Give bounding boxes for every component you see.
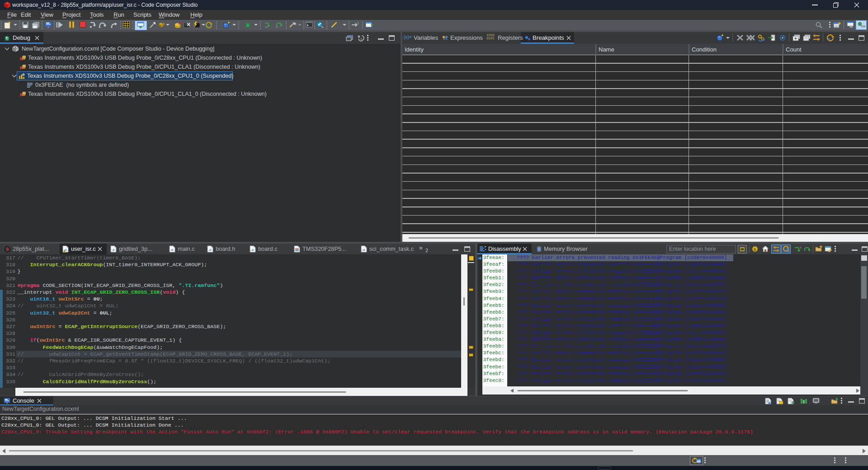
svg-text:.c: .c — [170, 248, 174, 252]
svg-text:.c: .c — [362, 248, 365, 252]
svg-text:.c: .c — [251, 248, 254, 252]
svg-text:.c: .c — [208, 248, 212, 252]
svg-text:$: $ — [754, 247, 756, 252]
svg-text:.c: .c — [112, 248, 115, 252]
